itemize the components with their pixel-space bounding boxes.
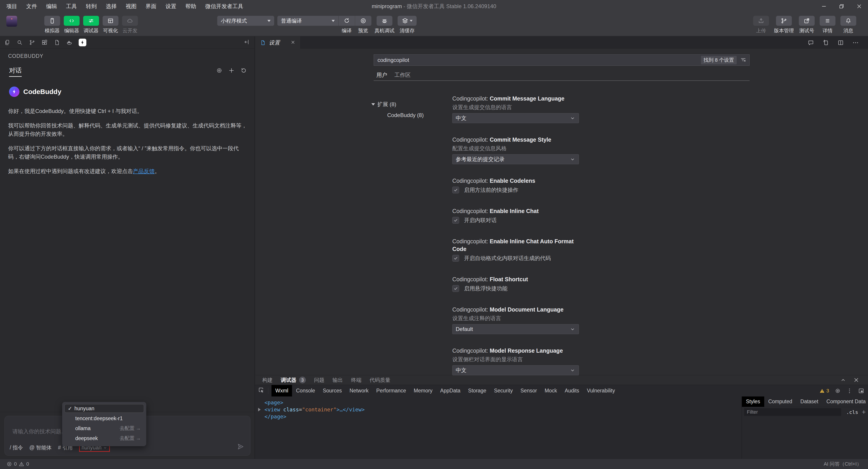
wxml-line[interactable]: </page> (255, 413, 741, 420)
compile-mode-select[interactable]: 普通编译 (277, 16, 338, 26)
model-option-tencent-deepseek-r1[interactable]: tencent:deepseek-r1 (64, 414, 144, 423)
tab-computed[interactable]: Computed (764, 397, 796, 407)
menu-view[interactable]: 视图 (126, 3, 136, 10)
version-control-button[interactable]: 版本管理 (774, 16, 794, 34)
menu-wechat-devtools[interactable]: 微信开发者工具 (205, 3, 243, 10)
clear-cache-button[interactable]: 清缓存 (398, 16, 416, 34)
test-account-button[interactable]: 测试号 (799, 16, 815, 34)
tab-workspace[interactable]: 工作区 (395, 71, 411, 79)
problems-counter[interactable]: 0 0 (6, 461, 29, 467)
split-editor-icon[interactable] (837, 39, 844, 46)
visualization-button[interactable]: 可视化 (103, 16, 119, 34)
file-icon[interactable] (54, 39, 60, 46)
menu-select[interactable]: 选择 (106, 3, 117, 10)
warning-counter[interactable]: 3 (819, 388, 829, 394)
devtools-tab-network[interactable]: Network (346, 385, 372, 397)
toggle-class-button[interactable]: .cls (846, 409, 858, 415)
model-option-ollama[interactable]: ollama 去配置 → (64, 424, 144, 433)
devtools-tab-sources[interactable]: Sources (319, 385, 346, 397)
open-changes-icon[interactable] (822, 39, 829, 46)
device-debug-button[interactable]: 真机调试 (375, 16, 395, 34)
collapse-panel-icon[interactable] (840, 377, 846, 383)
wxml-line[interactable]: <view class="container">…</view> (255, 406, 741, 413)
simulator-button[interactable]: 模拟器 (44, 16, 60, 34)
minimize-icon[interactable] (815, 0, 833, 13)
settings-search-input[interactable]: codingcopilot 找到 8 个设置 (374, 55, 749, 66)
setting-select[interactable]: 中文 (452, 365, 579, 375)
gear-icon[interactable] (216, 67, 223, 74)
extensions-icon[interactable] (41, 39, 48, 46)
setting-checkbox[interactable] (452, 285, 459, 292)
agent-trigger[interactable]: @ 智能体 (29, 444, 52, 451)
expander-icon[interactable] (258, 408, 260, 411)
upload-button[interactable]: 上传 (753, 16, 769, 34)
clear-filter-icon[interactable] (740, 56, 747, 64)
menu-interface[interactable]: 界面 (146, 3, 156, 10)
new-style-rule-icon[interactable]: + (862, 409, 866, 415)
ai-chat-shortcut[interactable]: AI 问答（Ctrl+I） (824, 461, 862, 467)
devtools-tab-console[interactable]: Console (292, 385, 319, 397)
explorer-icon[interactable] (4, 39, 10, 46)
tree-item-extensions[interactable]: 扩展 (8) (371, 101, 424, 108)
devtools-settings-icon[interactable] (835, 388, 841, 394)
close-panel-icon[interactable] (853, 377, 860, 383)
devtools-tab-performance[interactable]: Performance (373, 385, 410, 397)
editor-button[interactable]: 编辑器 (64, 16, 80, 34)
configure-link[interactable]: 去配置 → (120, 425, 141, 432)
close-tab-icon[interactable] (290, 40, 296, 46)
tab-problems[interactable]: 问题 (314, 377, 324, 383)
model-option-hunyuan[interactable]: ✓ hunyuan (64, 404, 144, 413)
tree-item-codebuddy[interactable]: CodeBuddy (8) (387, 112, 424, 119)
menu-settings[interactable]: 设置 (165, 3, 176, 10)
comment-icon[interactable] (807, 39, 814, 46)
send-icon[interactable] (237, 443, 244, 451)
inspect-element-icon[interactable] (258, 387, 265, 395)
wxml-line[interactable]: <page> (255, 399, 741, 406)
tab-user[interactable]: 用户 (376, 71, 387, 79)
collapse-panel-icon[interactable] (244, 39, 250, 46)
more-actions-icon[interactable] (852, 39, 859, 46)
cloud-dev-button[interactable]: 云开发 (122, 16, 138, 34)
tab-code-quality[interactable]: 代码质量 (370, 377, 391, 383)
preview-button[interactable] (355, 16, 371, 26)
messages-button[interactable]: 消息 (840, 16, 856, 34)
tab-chat[interactable]: 对话 (9, 66, 22, 75)
compile-button[interactable] (338, 16, 355, 26)
feedback-link[interactable]: 产品反馈 (133, 168, 155, 174)
kebab-menu-icon[interactable] (846, 388, 852, 394)
details-button[interactable]: 详情 (819, 16, 835, 34)
tab-build[interactable]: 构建 (262, 377, 273, 383)
setting-select[interactable]: 参考最近的提交记录 (452, 154, 579, 164)
setting-select[interactable]: 中文 (452, 113, 579, 123)
close-icon[interactable] (850, 0, 868, 13)
configure-link[interactable]: 去配置 → (120, 435, 141, 442)
restore-icon[interactable] (833, 0, 850, 13)
docker-icon[interactable] (66, 39, 72, 46)
tab-dataset[interactable]: Dataset (796, 397, 822, 407)
setting-checkbox[interactable] (452, 187, 459, 193)
command-trigger[interactable]: / 指令 (10, 444, 23, 451)
menu-help[interactable]: 帮助 (185, 3, 196, 10)
mode-select[interactable]: 小程序模式 (217, 16, 274, 26)
tab-component-data[interactable]: Component Data (822, 397, 868, 407)
tab-settings[interactable]: 设置 (255, 36, 301, 49)
tab-styles[interactable]: Styles (742, 397, 764, 407)
tab-debugger[interactable]: 调试器3 (281, 377, 306, 383)
menu-goto[interactable]: 转到 (86, 3, 97, 10)
tab-output[interactable]: 输出 (333, 377, 343, 383)
tab-terminal[interactable]: 终端 (351, 377, 362, 383)
setting-select[interactable]: Default (452, 324, 579, 334)
devtools-tab-memory[interactable]: Memory (410, 385, 436, 397)
devtools-tab-vulnerability[interactable]: Vulnerability (583, 385, 619, 397)
menu-project[interactable]: 项目 (6, 3, 17, 10)
model-option-deepseek[interactable]: deepseek 去配置 → (64, 434, 144, 442)
codebuddy-activity-icon[interactable] (79, 39, 86, 46)
styles-filter-input[interactable]: Filter (744, 408, 841, 416)
debugger-button[interactable]: 调试器 (83, 16, 99, 34)
menu-tools[interactable]: 工具 (66, 3, 77, 10)
setting-checkbox[interactable] (452, 217, 459, 224)
search-icon[interactable] (17, 39, 23, 46)
new-chat-icon[interactable] (228, 67, 235, 74)
setting-checkbox[interactable] (452, 255, 459, 262)
source-control-icon[interactable] (29, 39, 35, 46)
